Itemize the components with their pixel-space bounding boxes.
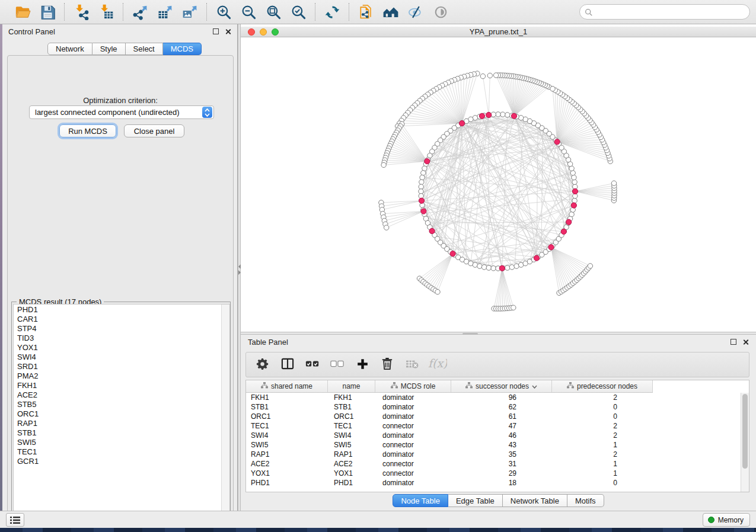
import-table-button[interactable] — [97, 3, 115, 21]
mcds-hub-node[interactable] — [499, 265, 505, 271]
tab-edge-table[interactable]: Edge Table — [448, 494, 503, 507]
tab-motifs[interactable]: Motifs — [567, 494, 604, 507]
column-header-name[interactable]: name — [328, 380, 375, 392]
import-network-button[interactable] — [72, 3, 90, 21]
search-input[interactable] — [579, 4, 750, 20]
mcds-hub-node[interactable] — [459, 121, 464, 126]
network-node[interactable] — [384, 225, 389, 230]
mcds-result-item[interactable]: SWI5 — [14, 438, 221, 447]
zoom-in-button[interactable] — [215, 3, 232, 21]
refresh-button[interactable] — [323, 3, 341, 21]
close-panel-button[interactable]: Close panel — [124, 124, 184, 137]
network-node[interactable] — [419, 184, 423, 189]
network-node[interactable] — [477, 264, 482, 268]
table-row[interactable]: YOX1YOX1connector291 — [246, 469, 741, 478]
network-node[interactable] — [486, 265, 491, 270]
export-table-button[interactable] — [156, 3, 174, 21]
mcds-result-item[interactable]: STB5 — [14, 400, 221, 409]
tab-network-table[interactable]: Network Table — [503, 494, 567, 507]
mcds-result-item[interactable]: STB1 — [14, 428, 221, 438]
mcds-result-item[interactable]: ORC1 — [14, 409, 221, 419]
mcds-hub-node[interactable] — [571, 203, 576, 208]
mcds-result-item[interactable]: ACE2 — [14, 390, 221, 400]
network-node[interactable] — [588, 264, 592, 268]
network-node[interactable] — [491, 112, 496, 117]
mcds-result-item[interactable]: SWI4 — [14, 352, 221, 362]
network-node[interactable] — [487, 73, 492, 78]
column-header-successor-nodes[interactable]: successor nodes — [451, 380, 552, 392]
mcds-hub-node[interactable] — [561, 229, 566, 234]
mcds-hub-node[interactable] — [425, 159, 430, 164]
export-network-button[interactable] — [131, 3, 149, 21]
memory-button[interactable]: Memory — [703, 513, 750, 527]
network-node[interactable] — [420, 175, 425, 180]
network-node[interactable] — [570, 171, 575, 175]
network-node[interactable] — [511, 305, 516, 310]
network-node[interactable] — [505, 113, 510, 117]
table-row[interactable]: TEC1TEC1connector472 — [246, 421, 741, 431]
close-panel-icon[interactable] — [742, 339, 749, 345]
network-canvas[interactable] — [241, 37, 756, 332]
network-graph[interactable] — [241, 37, 756, 332]
mcds-result-item[interactable]: SRD1 — [14, 362, 221, 371]
mcds-result-item[interactable]: STP4 — [14, 324, 221, 334]
deselect-all-button[interactable] — [329, 357, 346, 373]
tab-network[interactable]: Network — [47, 43, 92, 55]
mcds-hub-node[interactable] — [421, 209, 426, 214]
mcds-hub-node[interactable] — [486, 112, 492, 117]
network-node[interactable] — [519, 116, 524, 120]
zoom-selected-button[interactable] — [289, 3, 307, 21]
mcds-result-item[interactable]: TEC1 — [14, 447, 221, 457]
column-header-shared-name[interactable]: shared name — [246, 380, 328, 392]
close-panel-icon[interactable] — [225, 28, 231, 35]
network-node[interactable] — [550, 86, 555, 91]
network-node[interactable] — [480, 74, 485, 79]
tab-style[interactable]: Style — [92, 43, 126, 55]
mcds-result-list[interactable]: PHD1CAR1STP4TID3YOX1SWI4SRD1PMA2FKH1ACE2… — [13, 304, 230, 520]
network-node[interactable] — [419, 189, 423, 194]
first-neighbors-button[interactable] — [382, 3, 400, 21]
run-mcds-button[interactable]: Run MCDS — [59, 124, 116, 137]
network-node[interactable] — [421, 171, 426, 175]
column-header-predecessor-nodes[interactable]: predecessor nodes — [552, 380, 653, 392]
table-row[interactable]: SWI5SWI5connector431 — [246, 440, 741, 450]
mcds-result-item[interactable]: RAP1 — [14, 419, 221, 428]
network-node[interactable] — [419, 180, 424, 184]
mcds-hub-node[interactable] — [554, 139, 560, 145]
scrollbar-thumb[interactable] — [742, 394, 748, 469]
open-file-button[interactable] — [14, 3, 31, 21]
network-node[interactable] — [496, 112, 500, 117]
network-node[interactable] — [505, 265, 510, 270]
network-window-titlebar[interactable]: YPA_prune.txt_1 — [241, 27, 756, 37]
mcds-hub-node[interactable] — [479, 113, 484, 118]
task-history-button[interactable] — [6, 513, 24, 527]
mcds-hub-node[interactable] — [429, 228, 435, 233]
network-node[interactable] — [419, 194, 423, 198]
mcds-result-item[interactable]: TID3 — [14, 334, 221, 343]
table-row[interactable]: ACE2ACE2connector311 — [246, 459, 741, 469]
zoom-out-button[interactable] — [240, 3, 257, 21]
network-node[interactable] — [514, 264, 519, 268]
mcds-hub-node[interactable] — [450, 251, 455, 257]
mcds-result-item[interactable]: FKH1 — [14, 381, 221, 390]
network-node[interactable] — [435, 290, 440, 294]
network-node[interactable] — [493, 73, 498, 78]
delete-row-button[interactable] — [379, 357, 395, 373]
select-all-button[interactable] — [304, 357, 321, 373]
column-header-MCDS-role[interactable]: MCDS role — [375, 380, 451, 392]
network-node[interactable] — [569, 212, 574, 217]
table-row[interactable]: RAP1RAP1dominator352 — [246, 450, 741, 459]
show-graphics-details-button[interactable] — [432, 3, 449, 21]
table-scrollbar[interactable] — [741, 393, 749, 492]
table-row[interactable]: FKH1FKH1dominator962 — [246, 393, 741, 402]
network-node[interactable] — [572, 198, 577, 203]
network-node[interactable] — [422, 166, 427, 171]
save-session-button[interactable] — [39, 3, 56, 21]
mcds-result-item[interactable]: CAR1 — [14, 315, 221, 324]
table-row[interactable]: ORC1ORC1dominator610 — [246, 412, 741, 421]
mcds-list-scrollbar[interactable] — [221, 305, 229, 519]
table-row[interactable]: SWI4SWI4dominator462 — [246, 431, 741, 440]
mcds-hub-node[interactable] — [566, 219, 572, 225]
mcds-hub-node[interactable] — [534, 255, 539, 261]
mcds-hub-node[interactable] — [548, 245, 554, 250]
